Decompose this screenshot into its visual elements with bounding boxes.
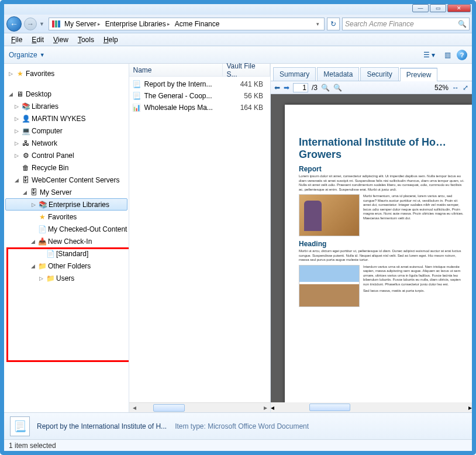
organize-button[interactable]: Organize ▼ bbox=[9, 51, 45, 59]
nav-back-button[interactable]: ← bbox=[6, 16, 22, 32]
collapse-icon[interactable]: ▷ bbox=[13, 128, 20, 134]
page-total: /3 bbox=[312, 84, 318, 92]
maximize-button[interactable]: ▭ bbox=[430, 4, 446, 12]
scroll-left-icon[interactable]: ◂ bbox=[271, 404, 274, 412]
tree-controlpanel[interactable]: ▷⚙Control Panel bbox=[5, 149, 127, 161]
collapse-icon[interactable]: ▷ bbox=[38, 275, 44, 281]
scroll-right-icon[interactable]: ▸ bbox=[260, 404, 270, 412]
menu-tools[interactable]: Tools bbox=[74, 35, 98, 45]
libraries-icon: 📚 bbox=[21, 102, 30, 111]
tree-desktop[interactable]: ◢🖥Desktop bbox=[5, 88, 127, 100]
tree-favorites-root[interactable]: ▷★Favorites bbox=[5, 67, 127, 80]
menu-file[interactable]: File bbox=[8, 35, 26, 45]
expand-icon[interactable]: ◢ bbox=[30, 263, 36, 269]
preview-viewport[interactable]: International Institute of Ho… Growers R… bbox=[271, 94, 472, 412]
user-icon: 👤 bbox=[21, 114, 30, 123]
tree-recyclebin[interactable]: 🗑Recycle Bin bbox=[5, 161, 127, 174]
main-area: ▷★Favorites ◢🖥Desktop ▷📚Libraries ▷👤MART… bbox=[4, 64, 472, 412]
nav-forward-button[interactable]: → bbox=[24, 18, 37, 30]
tab-preview[interactable]: Preview bbox=[400, 68, 438, 81]
expand-icon[interactable]: ◢ bbox=[22, 189, 28, 195]
zoom-out-button[interactable]: 🔍 bbox=[321, 84, 330, 92]
collapse-icon[interactable]: ▷ bbox=[30, 202, 37, 208]
details-type-label: Item type: bbox=[175, 422, 206, 430]
word-doc-icon: 📃 bbox=[132, 91, 141, 101]
search-input[interactable]: Search Acme Finance 🔍 bbox=[342, 18, 470, 30]
tree-label: Users bbox=[56, 274, 74, 282]
details-title: Report by the International Institute of… bbox=[37, 422, 167, 430]
help-icon[interactable]: ? bbox=[457, 50, 467, 60]
titlebar: — ▭ ✕ bbox=[4, 4, 472, 15]
tree-network[interactable]: ▷🖧Network bbox=[5, 137, 127, 149]
tree-label: Control Panel bbox=[32, 151, 74, 160]
details-type-value: Microsoft Office Word Document bbox=[208, 422, 309, 430]
tree-checkedout[interactable]: 📄My Checked-Out Content bbox=[5, 223, 127, 235]
breadcrumb[interactable]: Enterprise Libraries▸ bbox=[104, 20, 171, 28]
collapse-icon[interactable]: ▷ bbox=[8, 71, 14, 77]
tree-standard[interactable]: 📄[Standard] bbox=[5, 247, 127, 260]
crumb-label: My Server bbox=[64, 20, 96, 28]
expand-icon[interactable]: ◢ bbox=[13, 177, 20, 183]
tree-otherfolders[interactable]: ◢📁Other Folders bbox=[5, 260, 127, 272]
tree-computer[interactable]: ▷💻Computer bbox=[5, 125, 127, 137]
list-item[interactable]: 📊Wholesale Hops Ma... 164 KB bbox=[129, 102, 270, 113]
refresh-button[interactable]: ↻ bbox=[327, 18, 340, 30]
scroll-right-icon[interactable]: ▸ bbox=[468, 404, 472, 412]
fit-width-button[interactable]: ↔ bbox=[452, 84, 459, 92]
column-header-size[interactable]: Vault File S... bbox=[223, 64, 270, 76]
nav-bar: ← → ▼ My Server▸ Enterprise Libraries▸ A… bbox=[4, 15, 472, 33]
column-header-name[interactable]: Name bbox=[129, 64, 223, 76]
breadcrumb[interactable]: My Server▸ bbox=[63, 20, 102, 28]
collapse-icon[interactable]: ▷ bbox=[13, 140, 20, 146]
list-item[interactable]: 📃Report by the Intern... 441 KB bbox=[129, 78, 270, 90]
close-button[interactable]: ✕ bbox=[447, 4, 471, 12]
address-bar[interactable]: My Server▸ Enterprise Libraries▸ Acme Fi… bbox=[49, 18, 325, 30]
tree-myserver[interactable]: ◢🗄My Server bbox=[5, 186, 127, 198]
zoom-in-button[interactable]: 🔍 bbox=[333, 84, 342, 92]
horizontal-scrollbar[interactable]: ◂ ▸ bbox=[271, 402, 472, 412]
horizontal-scrollbar[interactable]: ◂ ▸ bbox=[129, 402, 270, 412]
menu-help[interactable]: Help bbox=[100, 35, 122, 45]
scroll-left-icon[interactable]: ◂ bbox=[129, 404, 139, 412]
explorer-window: — ▭ ✕ ← → ▼ My Server▸ Enterprise Librar… bbox=[0, 0, 476, 455]
expand-icon[interactable]: ◢ bbox=[30, 239, 36, 244]
collapse-icon[interactable]: ▷ bbox=[13, 116, 20, 122]
tab-security[interactable]: Security bbox=[360, 67, 398, 81]
file-list: 📃Report by the Intern... 441 KB 📃The Gen… bbox=[129, 77, 270, 412]
status-bar: 1 item selected bbox=[4, 439, 472, 451]
tree-user[interactable]: ▷👤MARTIN WYKES bbox=[5, 112, 127, 125]
page-number-input[interactable]: 1 bbox=[293, 83, 308, 92]
doc-image bbox=[299, 194, 360, 236]
tab-metadata[interactable]: Metadata bbox=[317, 67, 359, 81]
tab-summary[interactable]: Summary bbox=[273, 67, 316, 81]
status-text: 1 item selected bbox=[9, 442, 56, 450]
tree-libraries[interactable]: ▷📚Libraries bbox=[5, 100, 127, 112]
collapse-icon[interactable]: ▷ bbox=[13, 153, 20, 158]
word-doc-icon: 📃 bbox=[132, 80, 141, 89]
menu-edit[interactable]: Edit bbox=[28, 35, 47, 45]
view-mode-button[interactable]: ☰ ▾ bbox=[420, 49, 438, 61]
checkin-icon: 📥 bbox=[37, 237, 47, 246]
tree-favorites[interactable]: ★Favorites bbox=[5, 211, 127, 223]
expand-icon[interactable]: ◢ bbox=[8, 91, 14, 97]
address-dropdown[interactable]: ▾ bbox=[314, 21, 322, 27]
tree-enterprise-libraries[interactable]: ▷📚Enterprise Libraries bbox=[5, 198, 127, 211]
page-prev-button[interactable]: ⬅ bbox=[274, 84, 280, 92]
preview-pane-toggle[interactable]: ▥ bbox=[441, 49, 453, 61]
scroll-thumb[interactable] bbox=[309, 404, 350, 411]
menu-view[interactable]: View bbox=[50, 35, 72, 45]
scroll-thumb[interactable] bbox=[153, 404, 185, 412]
minimize-button[interactable]: — bbox=[412, 4, 429, 12]
fit-page-button[interactable]: ⤢ bbox=[463, 84, 468, 92]
tree-newcheckin[interactable]: ◢📥New Check-In bbox=[5, 235, 127, 247]
tree-label: Libraries bbox=[32, 102, 58, 111]
network-icon: 🖧 bbox=[21, 139, 30, 148]
breadcrumb[interactable]: Acme Finance bbox=[174, 20, 221, 28]
page-next-button[interactable]: ➡ bbox=[284, 84, 289, 92]
collapse-icon[interactable]: ▷ bbox=[13, 104, 20, 109]
tree-users[interactable]: ▷📁Users bbox=[5, 272, 127, 284]
nav-history-dropdown[interactable]: ▼ bbox=[39, 21, 46, 27]
list-item[interactable]: 📃The General - Coop... 56 KB bbox=[129, 90, 270, 102]
doc-image bbox=[299, 265, 360, 307]
tree-wcc[interactable]: ◢🗄WebCenter Content Servers bbox=[5, 174, 127, 186]
